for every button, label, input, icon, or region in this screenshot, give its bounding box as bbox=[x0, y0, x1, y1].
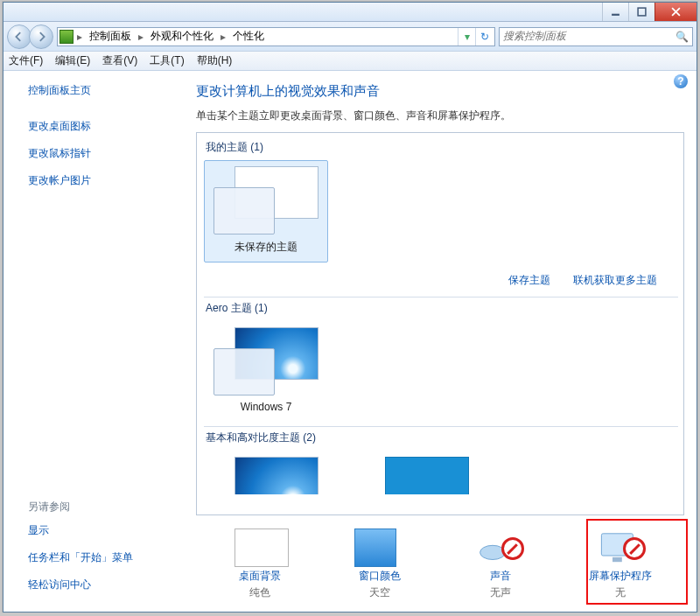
body: 控制面板主页 更改桌面图标 更改鼠标指针 更改帐户图片 另请参阅 显示 任务栏和… bbox=[4, 71, 696, 612]
personalization-icon bbox=[60, 30, 74, 44]
menu-file[interactable]: 文件(F) bbox=[9, 53, 43, 68]
chevron-right-icon: ▸ bbox=[138, 31, 144, 43]
maximize-button[interactable] bbox=[628, 3, 654, 21]
theme-windows7[interactable]: Windows 7 bbox=[204, 321, 328, 421]
breadcrumb[interactable]: 控制面板 bbox=[86, 29, 135, 44]
group-basic-themes: 基本和高对比度主题 (2) bbox=[206, 430, 678, 445]
theme-scroll[interactable]: 我的主题 (1) 未保存的主题 保存主题 联机获取更多主题 Ae bbox=[197, 133, 683, 514]
back-button[interactable] bbox=[7, 24, 32, 49]
close-button[interactable] bbox=[654, 3, 696, 21]
link-sub: 无 bbox=[568, 585, 673, 600]
link-label: 桌面背景 bbox=[207, 569, 312, 584]
see-also-ease-of-access[interactable]: 轻松访问中心 bbox=[28, 578, 180, 592]
save-theme-link[interactable]: 保存主题 bbox=[508, 273, 550, 288]
see-also-taskbar[interactable]: 任务栏和「开始」菜单 bbox=[28, 550, 180, 565]
bottom-links: 桌面背景 纯色 窗口颜色 天空 声音 无声 bbox=[196, 515, 684, 612]
help-icon[interactable]: ? bbox=[674, 74, 688, 88]
page-title: 更改计算机上的视觉效果和声音 bbox=[196, 83, 684, 100]
chevron-right-icon: ▸ bbox=[220, 31, 226, 43]
link-label: 声音 bbox=[448, 569, 553, 584]
search-input[interactable]: 搜索控制面板 🔍 bbox=[499, 27, 693, 46]
chevron-right-icon: ▸ bbox=[77, 31, 82, 43]
link-sub: 纯色 bbox=[207, 585, 312, 600]
menu-view[interactable]: 查看(V) bbox=[102, 53, 137, 68]
see-also-display[interactable]: 显示 bbox=[28, 523, 180, 538]
color-swatch-icon bbox=[354, 528, 396, 567]
theme-basic-2[interactable] bbox=[354, 451, 479, 489]
window-titlebar bbox=[4, 3, 696, 22]
sidebar-home[interactable]: 控制面板主页 bbox=[28, 83, 180, 98]
forbidden-icon bbox=[501, 537, 524, 560]
sidebar-link-account-picture[interactable]: 更改帐户图片 bbox=[28, 173, 180, 188]
nav-row: ▸ 控制面板 ▸ 外观和个性化 ▸ 个性化 ▾ ↻ 搜索控制面板 🔍 bbox=[4, 22, 696, 52]
link-sub: 无声 bbox=[448, 585, 553, 600]
main-pane: ? 更改计算机上的视觉效果和声音 单击某个主题立即更改桌面背景、窗口颜色、声音和… bbox=[187, 71, 696, 612]
address-bar[interactable]: ▸ 控制面板 ▸ 外观和个性化 ▸ 个性化 ▾ ↻ bbox=[57, 27, 495, 46]
get-more-themes-link[interactable]: 联机获取更多主题 bbox=[573, 273, 657, 288]
theme-basic-1[interactable] bbox=[204, 451, 328, 489]
forward-button[interactable] bbox=[29, 24, 53, 49]
link-label: 窗口颜色 bbox=[327, 569, 432, 584]
link-label: 屏幕保护程序 bbox=[568, 569, 673, 584]
theme-label: 未保存的主题 bbox=[208, 240, 324, 255]
menu-edit[interactable]: 编辑(E) bbox=[55, 53, 90, 68]
group-my-themes: 我的主题 (1) bbox=[206, 140, 678, 155]
search-icon[interactable]: 🔍 bbox=[676, 31, 689, 43]
refresh-button[interactable]: ↻ bbox=[475, 28, 493, 46]
screensaver-link[interactable]: 屏幕保护程序 无 bbox=[568, 528, 673, 600]
sounds-link[interactable]: 声音 无声 bbox=[448, 528, 553, 600]
menu-help[interactable]: 帮助(H) bbox=[197, 53, 233, 68]
monitor-icon bbox=[234, 528, 289, 567]
address-dropdown[interactable]: ▾ bbox=[458, 28, 475, 46]
svg-rect-0 bbox=[612, 14, 620, 16]
sidebar: 控制面板主页 更改桌面图标 更改鼠标指针 更改帐户图片 另请参阅 显示 任务栏和… bbox=[4, 71, 187, 612]
window-color-link[interactable]: 窗口颜色 天空 bbox=[327, 528, 432, 600]
svg-rect-1 bbox=[638, 8, 646, 16]
sidebar-link-desktop-icons[interactable]: 更改桌面图标 bbox=[28, 119, 180, 134]
page-description: 单击某个主题立即更改桌面背景、窗口颜色、声音和屏幕保护程序。 bbox=[196, 108, 684, 123]
search-placeholder: 搜索控制面板 bbox=[503, 29, 566, 44]
svg-rect-4 bbox=[612, 557, 622, 562]
theme-unsaved[interactable]: 未保存的主题 bbox=[204, 160, 328, 262]
desktop-background-link[interactable]: 桌面背景 纯色 bbox=[207, 528, 312, 600]
see-also-header: 另请参阅 bbox=[28, 500, 180, 514]
window-frame: ▸ 控制面板 ▸ 外观和个性化 ▸ 个性化 ▾ ↻ 搜索控制面板 🔍 文件(F)… bbox=[3, 2, 697, 612]
menu-bar: 文件(F) 编辑(E) 查看(V) 工具(T) 帮助(H) bbox=[4, 52, 696, 71]
breadcrumb[interactable]: 个性化 bbox=[229, 29, 268, 44]
link-sub: 天空 bbox=[327, 585, 432, 600]
breadcrumb[interactable]: 外观和个性化 bbox=[147, 29, 217, 44]
group-aero-themes: Aero 主题 (1) bbox=[206, 301, 678, 316]
nav-buttons bbox=[7, 24, 53, 49]
theme-panel: 我的主题 (1) 未保存的主题 保存主题 联机获取更多主题 Ae bbox=[196, 132, 684, 515]
sidebar-link-mouse-pointers[interactable]: 更改鼠标指针 bbox=[28, 146, 180, 161]
minimize-button[interactable] bbox=[602, 3, 628, 21]
menu-tools[interactable]: 工具(T) bbox=[150, 53, 184, 68]
theme-label: Windows 7 bbox=[208, 401, 324, 413]
